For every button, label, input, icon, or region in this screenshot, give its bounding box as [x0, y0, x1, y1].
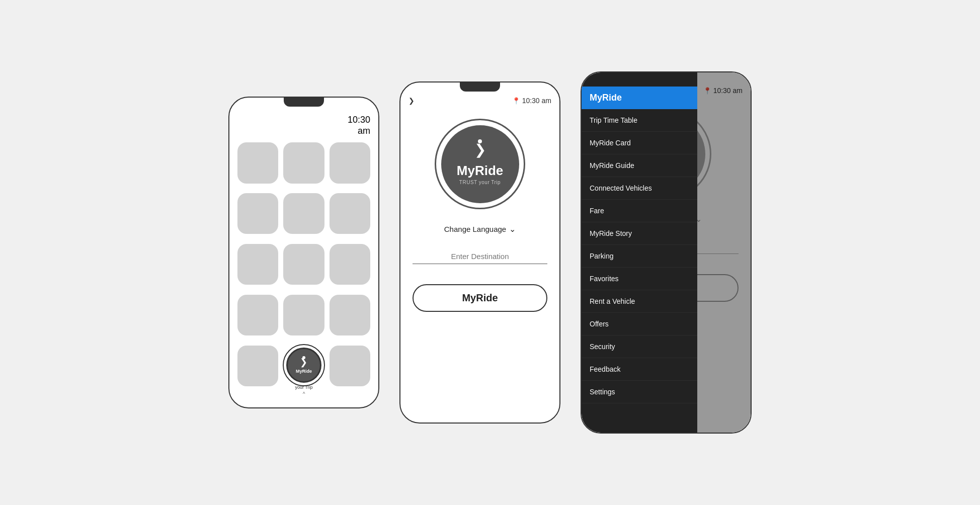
- menu-item-offers[interactable]: Offers: [582, 313, 697, 335]
- app-icon[interactable]: [237, 193, 278, 234]
- destination-input-wrap: [400, 249, 559, 264]
- app-icon[interactable]: [283, 193, 324, 234]
- phone-notch: [460, 82, 500, 92]
- logo-outer-circle: ❯ MyRide TRUST your Trip: [435, 119, 525, 209]
- menu-item-myride-guide[interactable]: MyRide Guide: [582, 154, 697, 177]
- change-language-button[interactable]: Change Language ⌄: [400, 224, 559, 234]
- change-language-label: Change Language: [444, 225, 506, 233]
- app-icon[interactable]: [330, 346, 370, 386]
- phone-menu-open: 📍 10:30 am ❯ MyRide TRUST your Trip Chan…: [581, 71, 752, 434]
- logo-subtitle: TRUST your Trip: [459, 180, 501, 185]
- app-icon[interactable]: [283, 142, 324, 183]
- phone-notch: [284, 98, 324, 107]
- menu-active-item: MyRide: [590, 93, 622, 103]
- myride-app-icon[interactable]: ❯ MyRide your Trip ^: [283, 346, 324, 399]
- destination-input[interactable]: [413, 249, 547, 264]
- app-icon[interactable]: [283, 244, 324, 285]
- menu-item-myride-story[interactable]: MyRide Story: [582, 222, 697, 245]
- menu-item-rent-a-vehicle[interactable]: Rent a Vehicle: [582, 290, 697, 313]
- menu-item-security[interactable]: Security: [582, 335, 697, 358]
- menu-item-favorites[interactable]: Favorites: [582, 268, 697, 290]
- app-icon[interactable]: [237, 142, 278, 183]
- chevron-down-icon: ⌄: [509, 224, 516, 234]
- app-grid: ❯ MyRide your Trip ^: [237, 142, 370, 399]
- app-icon[interactable]: [237, 346, 278, 386]
- app-icon[interactable]: [283, 295, 324, 335]
- app-icon[interactable]: [330, 193, 370, 234]
- menu-item-trip-time-table[interactable]: Trip Time Table: [582, 109, 697, 132]
- status-bar: ❯ 📍 10:30 am: [400, 97, 559, 105]
- menu-item-connected-vehicles[interactable]: Connected Vehicles: [582, 177, 697, 200]
- chevron-nav-icon[interactable]: ❯: [409, 97, 415, 105]
- myride-btn-label: MyRide: [462, 292, 498, 303]
- side-menu: MyRide Trip Time Table MyRide Card MyRid…: [582, 72, 697, 433]
- phone-main-app: ❯ 📍 10:30 am ❯ MyRide TRUST your Trip Ch…: [399, 81, 560, 424]
- phone-home-screen: 10:30 am ❯: [228, 97, 379, 408]
- menu-item-parking[interactable]: Parking: [582, 245, 697, 268]
- menu-overlay[interactable]: [697, 72, 751, 433]
- menu-header: MyRide: [582, 87, 697, 109]
- logo-title: MyRide: [457, 163, 503, 179]
- logo-chevron-icon: ❯: [474, 141, 486, 158]
- logo-area: ❯ MyRide TRUST your Trip: [400, 119, 559, 209]
- app-icon[interactable]: [237, 244, 278, 285]
- menu-item-feedback[interactable]: Feedback: [582, 358, 697, 381]
- logo-dot: [302, 356, 305, 359]
- myride-cta-button[interactable]: MyRide: [413, 284, 547, 312]
- logo-inner-circle: ❯ MyRide TRUST your Trip: [441, 125, 519, 203]
- status-time: 10:30 am: [522, 97, 551, 105]
- app-icon[interactable]: [330, 142, 370, 183]
- caret-icon: ^: [303, 391, 305, 397]
- myride-small-label: MyRide: [296, 369, 312, 374]
- menu-item-settings[interactable]: Settings: [582, 381, 697, 403]
- app-icon[interactable]: [330, 295, 370, 335]
- menu-item-myride-card[interactable]: MyRide Card: [582, 132, 697, 154]
- home-screen-time: 10:30 am: [237, 113, 370, 136]
- app-icon[interactable]: [237, 295, 278, 335]
- app-icon[interactable]: [330, 244, 370, 285]
- location-icon: 📍: [512, 97, 520, 105]
- menu-item-fare[interactable]: Fare: [582, 200, 697, 222]
